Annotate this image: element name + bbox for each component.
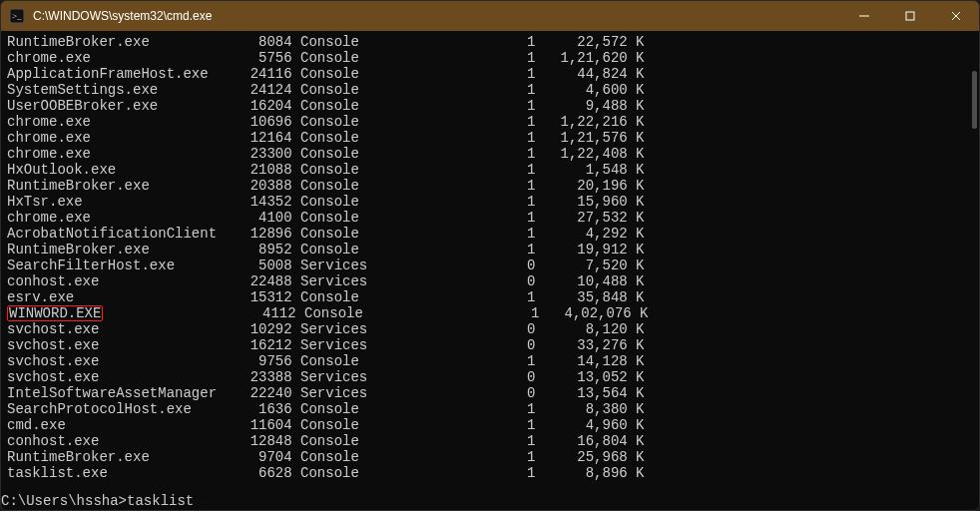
caret (194, 503, 201, 505)
prompt-command: tasklist (127, 493, 194, 509)
window-title: C:\WINDOWS\system32\cmd.exe (33, 8, 212, 24)
close-button[interactable] (933, 1, 979, 31)
highlighted-process: WINWORD.EXE (7, 305, 103, 321)
process-row: chrome.exe 5756 Console 1 1,21,620 K (7, 50, 973, 66)
process-row: ApplicationFrameHost.exe 24116 Console 1… (7, 66, 973, 82)
cmd-window: >_ C:\WINDOWS\system32\cmd.exe RuntimeBr… (0, 0, 980, 511)
process-row: cmd.exe 11604 Console 1 4,960 K (7, 417, 973, 433)
process-row: conhost.exe 22488 Services 0 10,488 K (7, 273, 973, 289)
process-row: svchost.exe 9756 Console 1 14,128 K (7, 353, 973, 369)
process-row: chrome.exe 4100 Console 1 27,532 K (7, 210, 973, 226)
process-row: IntelSoftwareAssetManager 22240 Services… (7, 385, 973, 401)
process-row: svchost.exe 16212 Services 0 33,276 K (7, 337, 973, 353)
process-row: WINWORD.EXE 4112 Console 1 4,02,076 K (7, 305, 973, 321)
maximize-button[interactable] (887, 1, 933, 31)
process-row: chrome.exe 10696 Console 1 1,22,216 K (7, 114, 973, 130)
process-row: SystemSettings.exe 24124 Console 1 4,600… (7, 82, 973, 98)
process-row: svchost.exe 10292 Services 0 8,120 K (7, 321, 973, 337)
process-row: SearchFilterHost.exe 5008 Services 0 7,5… (7, 257, 973, 273)
process-row: RuntimeBroker.exe 9704 Console 1 25,968 … (7, 449, 973, 465)
process-row: SearchProtocolHost.exe 1636 Console 1 8,… (7, 401, 973, 417)
terminal-client[interactable]: RuntimeBroker.exe 8084 Console 1 22,572 … (1, 31, 979, 510)
process-row: AcrobatNotificationClient 12896 Console … (7, 226, 973, 242)
process-row: svchost.exe 23388 Services 0 13,052 K (7, 369, 973, 385)
svg-text:>_: >_ (12, 11, 22, 21)
process-row: tasklist.exe 6628 Console 1 8,896 K (7, 465, 973, 481)
scrollbar-thumb[interactable] (972, 71, 977, 129)
prompt-line: C:\Users\hssha>tasklist (1, 493, 979, 509)
process-row: UserOOBEBroker.exe 16204 Console 1 9,488… (7, 98, 973, 114)
cmd-icon: >_ (9, 8, 25, 24)
svg-rect-3 (906, 12, 914, 20)
prompt-path: C:\Users\hssha> (1, 493, 127, 509)
process-row: RuntimeBroker.exe 8952 Console 1 19,912 … (7, 242, 973, 257)
process-row: chrome.exe 23300 Console 1 1,22,408 K (7, 146, 973, 162)
process-row: HxOutlook.exe 21088 Console 1 1,548 K (7, 162, 973, 178)
tasklist-output: RuntimeBroker.exe 8084 Console 1 22,572 … (1, 31, 979, 481)
titlebar[interactable]: >_ C:\WINDOWS\system32\cmd.exe (1, 1, 979, 31)
process-row: chrome.exe 12164 Console 1 1,21,576 K (7, 130, 973, 146)
process-row: esrv.exe 15312 Console 1 35,848 K (7, 289, 973, 305)
minimize-button[interactable] (841, 1, 887, 31)
process-row: RuntimeBroker.exe 8084 Console 1 22,572 … (7, 34, 973, 50)
process-row: HxTsr.exe 14352 Console 1 15,960 K (7, 194, 973, 210)
process-row: RuntimeBroker.exe 20388 Console 1 20,196… (7, 178, 973, 194)
process-row: conhost.exe 12848 Console 1 16,804 K (7, 433, 973, 449)
